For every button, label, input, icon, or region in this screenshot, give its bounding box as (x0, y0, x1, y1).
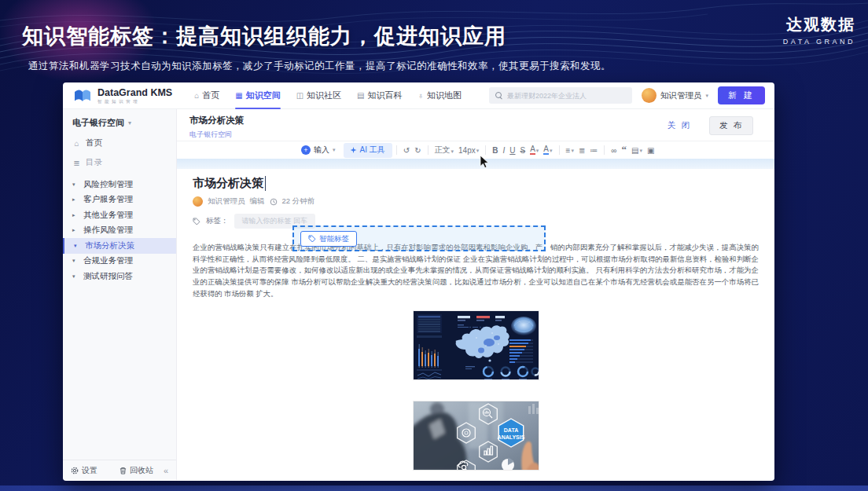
app-logo[interactable]: DataGrand KMS 智 能 知 识 管 理 (72, 87, 172, 104)
smart-tag-button[interactable]: 智能标签 (300, 231, 357, 247)
search-input[interactable] (507, 92, 626, 100)
user-menu[interactable]: 知识管理员 ▾ (642, 88, 708, 103)
knowledge-space-icon: ▦ (235, 91, 242, 100)
embedded-image-photo[interactable]: DATA ANALYSIS (413, 401, 539, 471)
toolbar-unordered-list-button[interactable]: ≔ (587, 146, 600, 155)
insert-label: 输入 (314, 145, 329, 156)
toolbar-quote-button[interactable]: “ (619, 147, 629, 153)
ai-tools-button[interactable]: AI 工具 (344, 143, 392, 158)
publish-button[interactable]: 发 布 (709, 116, 753, 135)
embedded-image-dashboard[interactable] (413, 310, 539, 380)
recycle-label: 回收站 (130, 465, 153, 476)
expand-arrow-icon[interactable]: ▸ (72, 227, 79, 233)
toolbar-italic-button[interactable]: I (500, 146, 507, 155)
sidebar-item-home[interactable]: ⌂ 首页 (72, 137, 168, 148)
unordered-list-icon: ≔ (590, 146, 598, 155)
mouse-cursor (480, 155, 489, 169)
nav-tab-label: 首页 (202, 90, 219, 101)
caret-down-icon: ▾ (571, 148, 574, 154)
expand-arrow-icon[interactable]: ▾ (72, 258, 79, 264)
sidebar-tree-item-5[interactable]: ▾合规业务管理 (72, 254, 168, 269)
table-icon: ▤ (631, 146, 638, 155)
nav-tab-label: 知识地图 (427, 90, 462, 101)
image-icon: ▣ (647, 146, 654, 155)
sidebar-tree: ▾风险控制管理▸客户服务管理▸其他业务管理▸操作风险管理▾市场分析决策▾合规业务… (72, 177, 168, 284)
chevron-down-icon: ▾ (128, 119, 131, 126)
toolbar-buttons: ↺↻正文▾14px▾BIUSA▾A▾≡▾≣≔∞“▤▾▣ (401, 145, 657, 156)
toolbar-align-button[interactable]: ≡▾ (564, 146, 576, 155)
expand-arrow-icon[interactable]: ▸ (72, 212, 79, 218)
toolbar-highlight-color-button[interactable]: A▾ (541, 145, 554, 155)
tag-icon (308, 235, 316, 243)
toolbar-font-color-button[interactable]: A▾ (528, 145, 541, 155)
toolbar-link-button[interactable]: ∞ (609, 146, 619, 155)
toolbar-paragraph-style-button[interactable]: 正文▾ (432, 145, 457, 156)
close-button[interactable]: 关 闭 (668, 120, 691, 131)
nav-tab-1[interactable]: ▦知识空间 (227, 82, 288, 109)
sidebar-catalog-label: 目录 (86, 157, 102, 168)
document-title[interactable]: 市场分析决策 (193, 176, 266, 191)
caret-down-icon: ▾ (639, 148, 642, 154)
nav-tab-0[interactable]: ⌂首页 (186, 82, 227, 109)
toolbar-image-button[interactable]: ▣ (645, 146, 657, 155)
toolbar-divider (485, 145, 486, 155)
collapse-sidebar-icon[interactable]: « (164, 466, 168, 475)
insert-button[interactable]: 输入 ▾ (301, 145, 336, 156)
settings-button[interactable]: 设置 (71, 465, 97, 476)
font-size-icon: 14px (458, 146, 476, 155)
sparkle-icon (351, 147, 357, 153)
editor-highlight-strip (177, 159, 774, 169)
toolbar-strikethrough-button[interactable]: S (518, 146, 528, 155)
recycle-bin-button[interactable]: 回收站 (120, 465, 153, 476)
nav-tab-3[interactable]: ▤知识百科 (349, 82, 410, 109)
sidebar-item-catalog[interactable]: ≣ 目录 (72, 157, 168, 168)
sidebar-tree-item-4[interactable]: ▾市场分析决策 (63, 238, 176, 254)
expand-arrow-icon[interactable]: ▾ (74, 243, 80, 249)
toolbar-divider (604, 145, 605, 155)
tree-item-label: 测试研报问答 (83, 271, 133, 282)
sidebar-tree-item-1[interactable]: ▸客户服务管理 (72, 192, 168, 208)
global-search[interactable] (489, 87, 632, 104)
redo-icon: ↻ (414, 146, 421, 155)
author-avatar (193, 196, 203, 207)
sidebar-tree-item-2[interactable]: ▸其他业务管理 (72, 207, 168, 223)
top-nav: DataGrand KMS 智 能 知 识 管 理 ⌂首页▦知识空间◫知识社区▤… (63, 82, 774, 109)
map-icon: ♁ (418, 91, 425, 100)
toolbar-table-button[interactable]: ▤▾ (629, 146, 645, 155)
toolbar-ordered-list-button[interactable]: ≣ (576, 146, 587, 155)
space-name: 电子银行空间 (72, 117, 124, 129)
new-button[interactable]: 新 建 (718, 86, 765, 104)
photo-graphic: DATA ANALYSIS (414, 401, 539, 471)
underline-icon: U (509, 146, 515, 155)
space-selector[interactable]: 电子银行空间 ▾ (72, 117, 168, 129)
nav-tab-2[interactable]: ◫知识社区 (289, 82, 349, 109)
avatar (642, 88, 657, 103)
nav-tab-label: 知识百科 (368, 90, 403, 101)
sidebar-tree-item-6[interactable]: ▾测试研报问答 (72, 269, 168, 284)
slide-title: 知识智能标签：提高知识组织能力，促进知识应用 (22, 22, 506, 50)
caret-down-icon: ▾ (550, 148, 553, 154)
toolbar-underline-button[interactable]: U (507, 146, 517, 155)
plus-circle-icon (301, 145, 311, 155)
tree-item-label: 风险控制管理 (83, 179, 133, 190)
toolbar-bold-button[interactable]: B (490, 146, 500, 155)
home-icon: ⌂ (194, 91, 199, 100)
sidebar-tree-item-0[interactable]: ▾风险控制管理 (72, 177, 168, 192)
brand-logo: 达观数据 DATA GRAND (783, 14, 855, 46)
toolbar-redo-button[interactable]: ↻ (412, 146, 423, 155)
wiki-icon: ▤ (357, 91, 364, 100)
smart-tag-label: 智能标签 (319, 234, 349, 244)
clock-icon (270, 198, 278, 206)
expand-arrow-icon[interactable]: ▾ (72, 273, 79, 280)
nav-tab-label: 知识空间 (246, 90, 281, 101)
expand-arrow-icon[interactable]: ▾ (72, 181, 79, 188)
tag-icon (193, 218, 200, 225)
undo-icon: ↺ (403, 146, 410, 155)
nav-tab-4[interactable]: ♁知识地图 (410, 82, 470, 109)
toolbar-font-size-button[interactable]: 14px▾ (456, 146, 481, 155)
expand-arrow-icon[interactable]: ▸ (72, 196, 79, 203)
sidebar-tree-item-3[interactable]: ▸操作风险管理 (72, 223, 168, 239)
tree-item-label: 其他业务管理 (83, 210, 133, 221)
logo-tagline: 智 能 知 识 管 理 (97, 99, 172, 104)
toolbar-undo-button[interactable]: ↺ (401, 146, 412, 155)
